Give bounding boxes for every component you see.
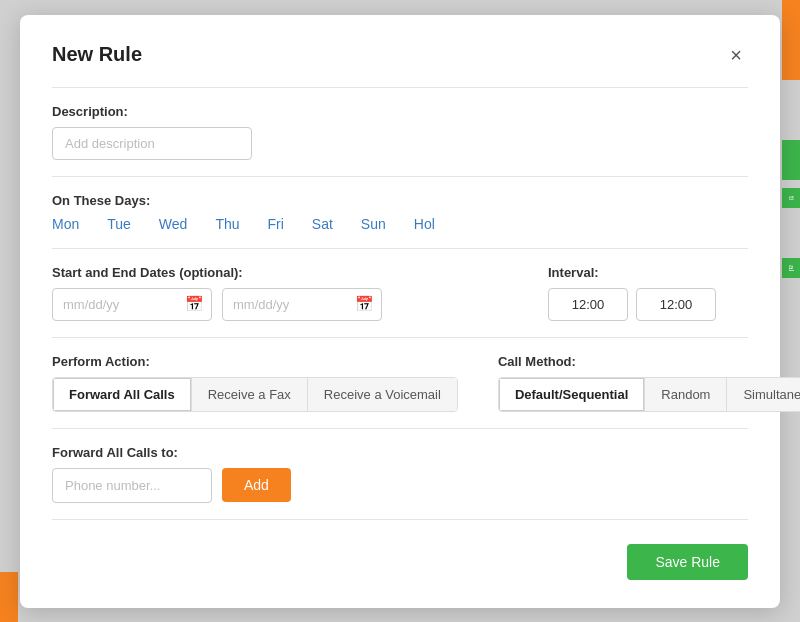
description-input[interactable] xyxy=(52,127,252,160)
end-date-input[interactable] xyxy=(222,288,382,321)
divider-4 xyxy=(52,337,748,338)
interval-inputs-row xyxy=(548,288,748,321)
action-forward-calls[interactable]: Forward All Calls xyxy=(53,378,192,411)
divider-1 xyxy=(52,87,748,88)
method-random[interactable]: Random xyxy=(645,378,727,411)
action-btn-group: Forward All Calls Receive a Fax Receive … xyxy=(52,377,458,412)
day-hol[interactable]: Hol xyxy=(414,216,435,232)
interval-label: Interval: xyxy=(548,265,748,280)
modal-footer: Save Rule xyxy=(52,544,748,580)
divider-3 xyxy=(52,248,748,249)
divider-2 xyxy=(52,176,748,177)
forward-section: Forward All Calls to: Add xyxy=(52,445,748,503)
day-tue[interactable]: Tue xyxy=(107,216,131,232)
close-button[interactable]: × xyxy=(724,43,748,67)
day-mon[interactable]: Mon xyxy=(52,216,79,232)
date-inputs-row: 📅 📅 xyxy=(52,288,532,321)
method-btn-group: Default/Sequential Random Simultaneously xyxy=(498,377,800,412)
day-fri[interactable]: Fri xyxy=(268,216,284,232)
action-receive-fax[interactable]: Receive a Fax xyxy=(192,378,308,411)
action-section: Perform Action: Forward All Calls Receiv… xyxy=(52,354,458,412)
action-label: Perform Action: xyxy=(52,354,458,369)
description-label: Description: xyxy=(52,104,748,119)
phone-number-input[interactable] xyxy=(52,468,212,503)
days-label: On These Days: xyxy=(52,193,748,208)
method-default-sequential[interactable]: Default/Sequential xyxy=(499,378,645,411)
modal-header: New Rule × xyxy=(52,43,748,67)
dates-interval-row: Start and End Dates (optional): 📅 📅 Inte… xyxy=(52,265,748,321)
description-section: Description: xyxy=(52,104,748,160)
right-side-bar: ti al xyxy=(782,0,800,622)
add-phone-button[interactable]: Add xyxy=(222,468,291,502)
interval-section: Interval: xyxy=(548,265,748,321)
day-sun[interactable]: Sun xyxy=(361,216,386,232)
divider-6 xyxy=(52,519,748,520)
action-method-row: Perform Action: Forward All Calls Receiv… xyxy=(52,354,748,412)
divider-5 xyxy=(52,428,748,429)
day-wed[interactable]: Wed xyxy=(159,216,188,232)
interval-start-input[interactable] xyxy=(548,288,628,321)
day-sat[interactable]: Sat xyxy=(312,216,333,232)
method-simultaneously[interactable]: Simultaneously xyxy=(727,378,800,411)
modal-overlay: ti al New Rule × Description: On These D… xyxy=(0,0,800,622)
dates-section: Start and End Dates (optional): 📅 📅 xyxy=(52,265,532,321)
action-receive-voicemail[interactable]: Receive a Voicemail xyxy=(308,378,457,411)
start-date-input[interactable] xyxy=(52,288,212,321)
method-label: Call Method: xyxy=(498,354,800,369)
days-row: Mon Tue Wed Thu Fri Sat Sun Hol xyxy=(52,216,748,232)
phone-add-row: Add xyxy=(52,468,748,503)
save-rule-button[interactable]: Save Rule xyxy=(627,544,748,580)
day-thu[interactable]: Thu xyxy=(215,216,239,232)
start-date-wrap: 📅 xyxy=(52,288,212,321)
interval-end-input[interactable] xyxy=(636,288,716,321)
forward-label: Forward All Calls to: xyxy=(52,445,748,460)
method-section: Call Method: Default/Sequential Random S… xyxy=(498,354,800,412)
end-date-wrap: 📅 xyxy=(222,288,382,321)
left-side-bar xyxy=(0,572,18,622)
days-section: On These Days: Mon Tue Wed Thu Fri Sat S… xyxy=(52,193,748,232)
dates-label: Start and End Dates (optional): xyxy=(52,265,532,280)
modal-title: New Rule xyxy=(52,43,142,66)
new-rule-modal: New Rule × Description: On These Days: M… xyxy=(20,15,780,608)
